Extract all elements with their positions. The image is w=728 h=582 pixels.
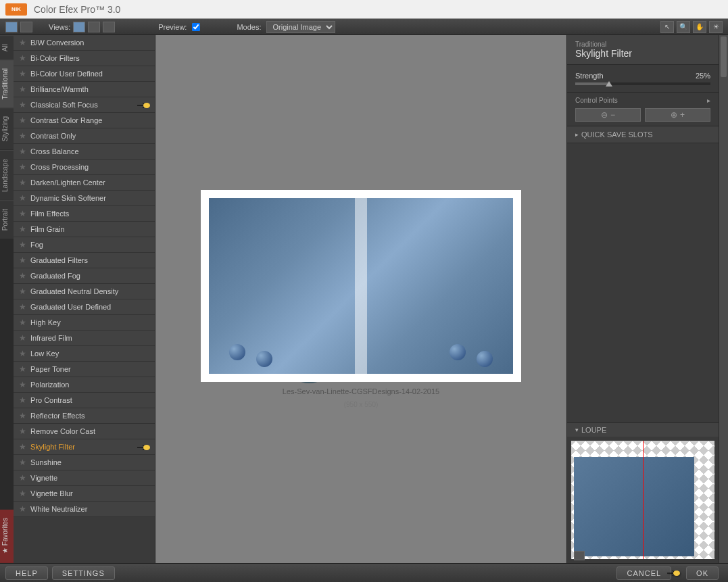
filter-item[interactable]: ★Contrast Only: [14, 128, 155, 144]
favorite-star-icon[interactable]: ★: [19, 84, 26, 94]
filter-item-label: Graduated User Defined: [30, 303, 111, 311]
favorite-star-icon[interactable]: ★: [19, 287, 26, 296]
view-mode-single-icon[interactable]: [5, 22, 18, 32]
favorite-star-icon[interactable]: ★: [19, 318, 26, 327]
control-point-add-button[interactable]: ⊕+: [645, 108, 710, 122]
filter-item[interactable]: ★Bi-Color User Defined: [14, 66, 155, 82]
filter-item[interactable]: ★Graduated User Defined: [14, 299, 155, 315]
control-point-remove-button[interactable]: ⊖−: [575, 108, 641, 122]
filter-item[interactable]: ★Graduated Fog: [14, 268, 155, 284]
favorite-star-icon[interactable]: ★: [19, 209, 26, 218]
favorite-star-icon[interactable]: ★: [19, 69, 26, 78]
loupe-view[interactable]: [571, 441, 714, 559]
filter-item[interactable]: ★Bi-Color Filters: [14, 51, 155, 66]
favorite-star-icon[interactable]: ★: [19, 100, 26, 110]
filter-item[interactable]: ★Classical Soft Focus: [14, 97, 155, 113]
favorite-star-icon[interactable]: ★: [19, 364, 26, 374]
view-mode-split-icon[interactable]: [20, 22, 32, 32]
filter-item[interactable]: ★Fog: [14, 237, 155, 253]
favorite-star-icon[interactable]: ★: [19, 38, 26, 47]
favorite-star-icon[interactable]: ★: [19, 131, 26, 141]
layout-single-icon[interactable]: [73, 22, 85, 32]
filter-item[interactable]: ★Sunshine: [14, 455, 155, 470]
side-tab-stylizing[interactable]: Stylizing: [0, 107, 14, 149]
filter-item[interactable]: ★Dynamic Skin Softener: [14, 191, 155, 206]
favorite-star-icon[interactable]: ★: [19, 162, 26, 172]
filter-item[interactable]: ★Film Effects: [14, 206, 155, 222]
filter-item[interactable]: ★Reflector Effects: [14, 408, 155, 424]
cancel-button[interactable]: CANCEL: [616, 566, 671, 580]
filter-item[interactable]: ★White Neutralizer: [14, 502, 155, 517]
chevron-right-icon[interactable]: ▸: [707, 97, 710, 104]
loupe-section-header[interactable]: LOUPE: [567, 422, 719, 437]
favorites-tab[interactable]: ★ Favorites: [0, 510, 14, 563]
favorite-star-icon[interactable]: ★: [19, 380, 26, 389]
favorite-star-icon[interactable]: ★: [19, 256, 26, 265]
favorite-star-icon[interactable]: ★: [19, 178, 26, 187]
hand-tool-icon[interactable]: ✋: [693, 21, 706, 33]
filter-item[interactable]: ★Vignette Blur: [14, 486, 155, 502]
filter-item-label: Graduated Fog: [30, 272, 80, 280]
scrollbar[interactable]: [719, 35, 728, 563]
filter-list[interactable]: ★B/W Conversion★Bi-Color Filters★Bi-Colo…: [14, 35, 155, 563]
filter-item[interactable]: ★Graduated Filters: [14, 253, 155, 268]
favorite-star-icon[interactable]: ★: [19, 349, 26, 358]
favorite-star-icon[interactable]: ★: [19, 302, 26, 312]
favorite-star-icon[interactable]: ★: [19, 271, 26, 281]
settings-button[interactable]: SETTINGS: [52, 566, 115, 580]
layout-horizontal-icon[interactable]: [103, 22, 115, 32]
side-tab-landscape[interactable]: Landscape: [0, 150, 14, 200]
favorite-star-icon[interactable]: ★: [19, 193, 26, 203]
side-tab-all[interactable]: All: [0, 35, 14, 59]
filter-item[interactable]: ★Infrared Film: [14, 331, 155, 346]
favorite-star-icon[interactable]: ★: [19, 333, 26, 343]
filter-item[interactable]: ★Brilliance/Warmth: [14, 82, 155, 97]
favorite-star-icon[interactable]: ★: [19, 442, 26, 452]
preview-image[interactable]: [209, 198, 513, 374]
modes-select[interactable]: Original Image: [266, 21, 335, 33]
favorite-star-icon[interactable]: ★: [19, 240, 26, 249]
filter-item[interactable]: ★Remove Color Cast: [14, 424, 155, 439]
filter-item[interactable]: ★Pro Contrast: [14, 393, 155, 408]
favorite-star-icon[interactable]: ★: [19, 458, 26, 467]
filter-item[interactable]: ★High Key: [14, 315, 155, 331]
filter-item[interactable]: ★Vignette: [14, 470, 155, 486]
favorite-star-icon[interactable]: ★: [19, 53, 26, 63]
strength-slider[interactable]: [575, 82, 710, 85]
layout-vertical-icon[interactable]: [88, 22, 100, 32]
filter-item[interactable]: ★Low Key: [14, 346, 155, 362]
cursor-annotation-icon: [666, 568, 682, 579]
filter-item[interactable]: ★B/W Conversion: [14, 35, 155, 51]
favorite-star-icon[interactable]: ★: [19, 116, 26, 125]
favorite-star-icon[interactable]: ★: [19, 147, 26, 156]
filter-item[interactable]: ★Polarization: [14, 377, 155, 393]
loupe-pin-button[interactable]: [574, 551, 585, 560]
favorite-star-icon[interactable]: ★: [19, 427, 26, 436]
filter-item[interactable]: ★Darken/Lighten Center: [14, 175, 155, 191]
filter-item[interactable]: ★Skylight Filter: [14, 439, 155, 455]
side-tab-traditional[interactable]: Traditional: [0, 59, 14, 107]
favorite-star-icon[interactable]: ★: [19, 473, 26, 483]
image-dimensions: (950 x 550): [344, 401, 379, 408]
filter-item[interactable]: ★Cross Balance: [14, 144, 155, 160]
favorite-star-icon[interactable]: ★: [19, 411, 26, 420]
quick-save-section[interactable]: QUICK SAVE SLOTS: [567, 126, 719, 143]
panel-category: Traditional: [575, 41, 710, 48]
favorite-star-icon[interactable]: ★: [19, 489, 26, 498]
favorite-star-icon[interactable]: ★: [19, 395, 26, 405]
filter-item[interactable]: ★Film Grain: [14, 222, 155, 237]
favorite-star-icon[interactable]: ★: [19, 224, 26, 234]
light-tool-icon[interactable]: ☀: [709, 21, 723, 33]
pointer-tool-icon[interactable]: ↖: [660, 21, 674, 33]
scroll-thumb[interactable]: [721, 37, 727, 77]
ok-button[interactable]: OK: [686, 566, 719, 580]
help-button[interactable]: HELP: [5, 566, 48, 580]
filter-item[interactable]: ★Graduated Neutral Density: [14, 284, 155, 299]
filter-item[interactable]: ★Contrast Color Range: [14, 113, 155, 128]
filter-item[interactable]: ★Cross Processing: [14, 160, 155, 175]
favorite-star-icon[interactable]: ★: [19, 504, 26, 514]
zoom-tool-icon[interactable]: 🔍: [677, 21, 690, 33]
preview-checkbox[interactable]: [192, 23, 200, 31]
side-tab-portrait[interactable]: Portrait: [0, 200, 14, 239]
filter-item[interactable]: ★Paper Toner: [14, 362, 155, 377]
